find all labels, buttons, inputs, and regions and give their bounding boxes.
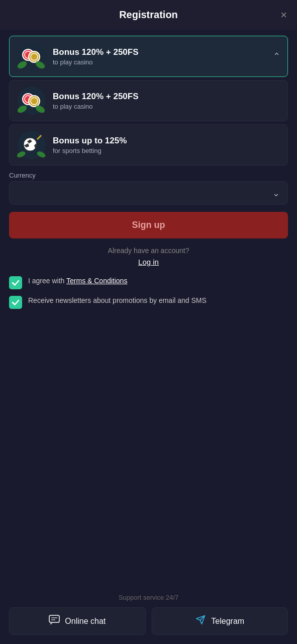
- terms-text: I agree with Terms & Conditions: [28, 276, 127, 286]
- bonus-subtitle-1: to play casino: [53, 58, 268, 66]
- modal-header: Registration ×: [0, 0, 297, 30]
- login-link[interactable]: Log in: [138, 258, 159, 266]
- already-account-text: Already have an account?: [9, 247, 288, 255]
- telegram-label: Telegram: [211, 617, 244, 626]
- bonus-icon-2: [17, 86, 47, 116]
- bonus-icon-3: [17, 130, 47, 160]
- bonus-title-1: Bonus 120% + 250FS: [53, 47, 268, 57]
- modal-body: Bonus 120% + 250FS to play casino ⌃ Bonu…: [0, 30, 297, 321]
- login-link-container: Log in: [9, 258, 288, 267]
- telegram-icon: [195, 615, 206, 627]
- currency-label: Currency: [9, 172, 288, 179]
- svg-rect-22: [49, 615, 59, 622]
- terms-checkbox-row: I agree with Terms & Conditions: [9, 276, 288, 289]
- currency-select[interactable]: USD EUR BTC ETH: [9, 181, 288, 205]
- svg-point-11: [31, 98, 38, 105]
- bonus-title-2: Bonus 120% + 250FS: [53, 92, 280, 102]
- support-label: Support service 24/7: [9, 594, 288, 601]
- chat-icon: [49, 615, 60, 627]
- signup-button[interactable]: Sign up: [9, 212, 288, 238]
- chevron-up-icon: ⌃: [273, 51, 280, 62]
- newsletters-checkbox[interactable]: [9, 296, 22, 309]
- bonus-title-3: Bonus up to 125%: [53, 136, 280, 146]
- currency-section: Currency USD EUR BTC ETH ⌄: [9, 172, 288, 205]
- bonus-subtitle-3: for sports betting: [53, 147, 280, 154]
- bonus-card-selected[interactable]: Bonus 120% + 250FS to play casino ⌃: [9, 36, 288, 77]
- bonus-info-1: Bonus 120% + 250FS to play casino: [53, 47, 268, 66]
- bottom-support-section: Support service 24/7 Online chat Telegra: [0, 587, 297, 644]
- modal-title: Registration: [119, 9, 178, 21]
- bonus-info-2: Bonus 120% + 250FS to play casino: [53, 92, 280, 110]
- bonus-icon-1: [17, 41, 47, 71]
- newsletters-text: Receive newsletters about promotions by …: [28, 295, 207, 306]
- svg-point-4: [31, 53, 38, 60]
- bonus-card-3[interactable]: Bonus up to 125% for sports betting: [9, 124, 288, 166]
- telegram-button[interactable]: Telegram: [152, 607, 288, 635]
- support-buttons: Online chat Telegram: [9, 607, 288, 635]
- terms-link[interactable]: Terms & Conditions: [66, 277, 127, 285]
- terms-checkbox[interactable]: [9, 276, 22, 289]
- bonus-subtitle-2: to play casino: [53, 103, 280, 110]
- bonus-card-2[interactable]: Bonus 120% + 250FS to play casino: [9, 80, 288, 121]
- close-button[interactable]: ×: [280, 10, 287, 21]
- online-chat-label: Online chat: [65, 617, 106, 626]
- currency-select-wrapper: USD EUR BTC ETH ⌄: [9, 181, 288, 205]
- online-chat-button[interactable]: Online chat: [9, 607, 146, 635]
- newsletters-checkbox-row: Receive newsletters about promotions by …: [9, 295, 288, 309]
- bonus-info-3: Bonus up to 125% for sports betting: [53, 136, 280, 154]
